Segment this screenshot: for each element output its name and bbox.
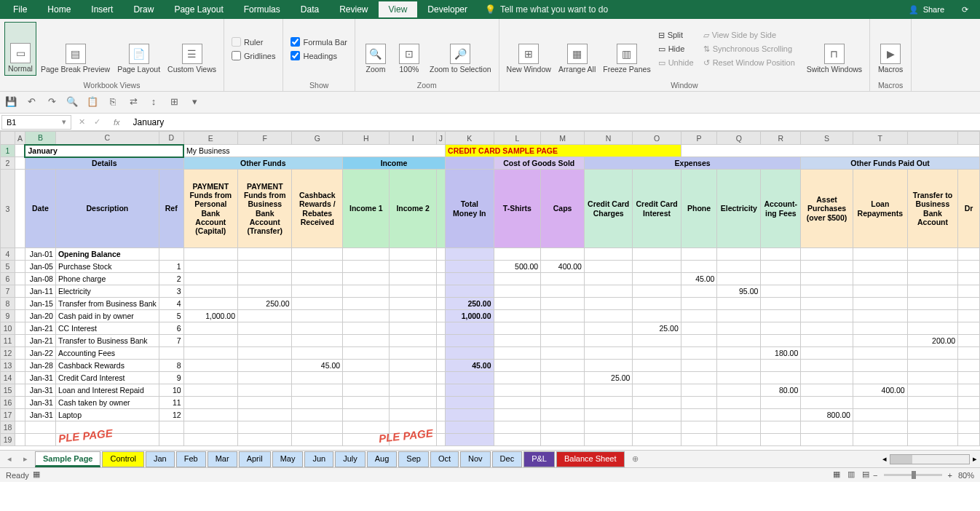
menu-tab-formulas[interactable]: Formulas	[234, 1, 291, 17]
sheet-tab[interactable]: P&L	[523, 451, 555, 467]
col-header[interactable]: P	[681, 132, 717, 145]
switch-windows-button[interactable]: ⊓Switch Windows	[804, 22, 865, 76]
page-layout-button[interactable]: 📄Page Layout	[114, 22, 163, 76]
row-header[interactable]: 11	[1, 335, 15, 347]
sheet-tab[interactable]: Mar	[208, 451, 237, 467]
col-header[interactable]	[958, 132, 980, 145]
save-icon[interactable]: 💾	[4, 96, 17, 109]
zoom-out-icon[interactable]: −	[873, 471, 877, 480]
col-header[interactable]: G	[292, 132, 343, 145]
row-header[interactable]: 14	[1, 372, 15, 384]
row-header[interactable]: 5	[1, 261, 15, 273]
fx-icon[interactable]: fx	[106, 118, 127, 127]
row-header[interactable]: 1	[1, 145, 15, 157]
row-header[interactable]: 13	[1, 360, 15, 372]
col-header[interactable]: D	[159, 132, 183, 145]
custom-views-button[interactable]: ☰Custom Views	[165, 22, 219, 76]
normal-view-button[interactable]: ▭Normal	[4, 22, 36, 76]
col-header[interactable]: T	[853, 132, 907, 145]
sheet-tab[interactable]: Jun	[304, 451, 333, 467]
row-header[interactable]: 9	[1, 310, 15, 322]
ruler-checkbox[interactable]: Ruler	[229, 36, 278, 48]
sheet-tab[interactable]: Sample Page	[35, 451, 100, 467]
headings-checkbox[interactable]: Headings	[288, 49, 350, 62]
formula-bar-checkbox[interactable]: Formula Bar	[288, 36, 350, 48]
undo-icon[interactable]: ↶	[25, 96, 38, 109]
hide-button[interactable]: ▭ Hide	[655, 43, 699, 55]
new-sheet-icon[interactable]: ⊕	[628, 454, 643, 464]
unhide-button[interactable]: ▭ Unhide	[655, 57, 699, 69]
col-header[interactable]: N	[584, 132, 632, 145]
zoom-100-button[interactable]: ⊡100%	[393, 22, 425, 76]
macros-button[interactable]: ▶Macros	[874, 22, 906, 76]
qat-icon[interactable]: ⊞	[167, 96, 181, 109]
row-header[interactable]: 3	[1, 170, 15, 248]
col-header[interactable]: F	[238, 132, 292, 145]
row-header[interactable]: 16	[1, 397, 15, 409]
row-header[interactable]: 6	[1, 273, 15, 285]
zoom-selection-button[interactable]: 🔎Zoom to Selection	[427, 22, 494, 76]
scroll-left-icon[interactable]: ◂	[882, 454, 887, 464]
page-break-button[interactable]: ▤Page Break Preview	[38, 22, 113, 76]
zoom-level[interactable]: 80%	[958, 471, 974, 480]
page-break-view-icon[interactable]: ▤	[858, 470, 873, 481]
ribbon-collapse-icon[interactable]: ⟳	[953, 2, 977, 17]
formula-input[interactable]	[127, 117, 980, 127]
row-header[interactable]: 8	[1, 298, 15, 310]
sheet-tab[interactable]: April	[239, 451, 271, 467]
name-box[interactable]: B1▾	[1, 115, 71, 130]
menu-tab-home[interactable]: Home	[37, 1, 81, 17]
arrange-all-button[interactable]: ▦Arrange All	[556, 22, 598, 76]
row-header[interactable]: 18	[1, 421, 15, 434]
sheet-nav-prev-icon[interactable]: ◂	[3, 454, 16, 464]
col-header[interactable]: L	[494, 132, 541, 145]
row-header[interactable]: 19	[1, 434, 15, 446]
sheet-tab[interactable]: Oct	[430, 451, 459, 467]
paste-icon[interactable]: 📋	[86, 96, 99, 109]
sheet-tab[interactable]: Dec	[492, 451, 523, 467]
cell-month[interactable]: January	[25, 145, 183, 157]
col-header[interactable]: J	[436, 132, 445, 145]
sheet-tab[interactable]: Nov	[460, 451, 491, 467]
worksheet-grid[interactable]: ABCDEFGHIJKLMNOPQRST1JanuaryMy BusinessC…	[0, 131, 980, 450]
freeze-panes-button[interactable]: ▥Freeze Panes	[600, 22, 653, 76]
menu-tab-insert[interactable]: Insert	[81, 1, 123, 17]
cell[interactable]: My Business	[183, 145, 446, 157]
col-header[interactable]: O	[633, 132, 681, 145]
menu-tab-developer[interactable]: Developer	[417, 1, 478, 17]
zoom-slider[interactable]	[884, 474, 942, 476]
qat-icon[interactable]: ▾	[188, 96, 201, 109]
page-layout-view-icon[interactable]: ▥	[844, 470, 858, 481]
sheet-tab[interactable]: Balance Sheet	[556, 451, 625, 467]
menu-tab-file[interactable]: File	[3, 1, 37, 17]
gridlines-checkbox[interactable]: Gridlines	[229, 49, 278, 62]
row-header[interactable]: 15	[1, 384, 15, 397]
sheet-nav-next-icon[interactable]: ▸	[19, 454, 32, 464]
col-header[interactable]: R	[761, 132, 801, 145]
sheet-tab[interactable]: Aug	[367, 451, 398, 467]
col-header[interactable]	[907, 132, 958, 145]
sheet-tab[interactable]: Sep	[398, 451, 429, 467]
sheet-tab[interactable]: Feb	[176, 451, 206, 467]
col-header[interactable]: C	[55, 132, 159, 145]
sheet-tab[interactable]: Jan	[146, 451, 175, 467]
share-button[interactable]: 👤 Share	[900, 2, 953, 17]
row-header[interactable]: 7	[1, 285, 15, 298]
menu-tab-page-layout[interactable]: Page Layout	[164, 1, 233, 17]
row-header[interactable]: 10	[1, 322, 15, 335]
menu-tab-draw[interactable]: Draw	[123, 1, 164, 17]
col-header[interactable]: Q	[717, 132, 761, 145]
macro-record-icon[interactable]: ▦	[29, 470, 44, 481]
menu-tab-data[interactable]: Data	[291, 1, 329, 17]
new-window-button[interactable]: ⊞New Window	[504, 22, 554, 76]
col-header[interactable]: B	[25, 132, 55, 145]
col-header[interactable]: M	[541, 132, 585, 145]
hscrollbar[interactable]	[890, 454, 970, 464]
redo-icon[interactable]: ↷	[45, 96, 58, 109]
print-preview-icon[interactable]: 🔍	[66, 96, 79, 109]
cancel-icon[interactable]: ✕	[79, 117, 85, 127]
qat-icon[interactable]: ↕	[147, 96, 160, 109]
col-header[interactable]: I	[390, 132, 436, 145]
col-header[interactable]: A	[15, 132, 25, 145]
tell-me[interactable]: 💡 Tell me what you want to do	[478, 1, 615, 17]
